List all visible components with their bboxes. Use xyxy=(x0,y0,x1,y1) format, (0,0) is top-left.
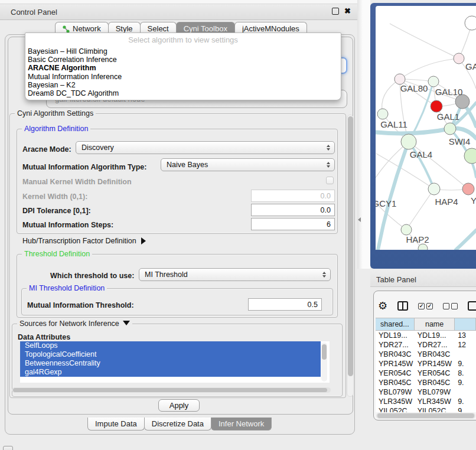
node-label: Y xyxy=(471,195,476,206)
table-row[interactable]: YER054CYER054C8. xyxy=(376,369,476,378)
expander-collapsed-icon xyxy=(141,237,146,244)
algorithm-item[interactable]: Bayesian – K2 xyxy=(25,81,341,89)
tab-impute-data[interactable]: Impute Data xyxy=(87,418,145,431)
node-label: SWI4 xyxy=(449,136,471,146)
bottom-tabbar: Impute DataDiscretize DataInfer Network xyxy=(87,418,271,431)
table-row[interactable]: YBR043CYBR043C xyxy=(376,350,476,359)
which-threshold-combobox[interactable]: MI Threshold xyxy=(139,268,331,281)
which-threshold-label: Which threshold to use: xyxy=(50,272,134,280)
network-node[interactable] xyxy=(401,224,412,235)
algorithm-item[interactable]: Dream8 DC_TDC Algorithm xyxy=(25,89,341,97)
mi-algorithm-type-label: Mutual Information Algorithm Type: xyxy=(22,163,146,171)
network-node[interactable] xyxy=(401,134,416,149)
algorithm-item[interactable]: Mutual Information Inference xyxy=(25,73,341,81)
attributes-scrollbar-thumb[interactable] xyxy=(322,344,327,360)
table-row[interactable]: YDL19...YDL19...13 xyxy=(376,331,476,340)
network-node[interactable] xyxy=(465,16,476,30)
table-cell: YIL052C xyxy=(415,406,455,412)
table-hscrollbar-thumb[interactable] xyxy=(377,413,474,418)
node-label: GAL4 xyxy=(410,149,432,159)
table-row[interactable]: YLR345WYLR345W9. xyxy=(376,397,476,406)
algorithm-item[interactable]: Basic Correlation Inference xyxy=(25,56,341,64)
aracne-mode-label: Aracne Mode: xyxy=(22,145,71,154)
kernel-width-field[interactable]: 0.0 xyxy=(251,190,335,202)
attribute-item[interactable]: TopologicalCoefficient xyxy=(20,350,321,359)
hub-definition-expander[interactable]: Hub/Transcription Factor Definition xyxy=(22,237,146,245)
network-node[interactable] xyxy=(454,53,464,64)
checked-box-icon: ✓ xyxy=(426,303,433,309)
tab-label: Select xyxy=(148,24,169,33)
network-node[interactable] xyxy=(462,183,474,195)
algorithm-placeholder: Select algorithm to view settings xyxy=(25,33,341,47)
table-row[interactable]: YBR045CYBR045C9. xyxy=(376,378,476,387)
float-window-icon[interactable] xyxy=(332,8,339,15)
node-table[interactable]: shared...nameYDL19...YDL19...13YDR27...Y… xyxy=(376,318,476,412)
attribute-item[interactable]: gal4RGexp xyxy=(20,368,321,377)
attribute-item[interactable]: BetweennessCentrality xyxy=(20,359,321,368)
network-node[interactable] xyxy=(428,76,439,87)
network-node[interactable] xyxy=(418,244,428,250)
threshold-definition-title: Threshold Definition xyxy=(22,250,92,258)
mi-algorithm-type-value: Naive Bayes xyxy=(167,161,208,169)
tab-infer-network[interactable]: Infer Network xyxy=(211,418,272,431)
sources-title: Sources for Network Inference xyxy=(17,319,132,328)
dpi-tolerance-field[interactable]: 0.0 xyxy=(251,204,335,216)
control-panel-title: Control Panel xyxy=(11,8,57,17)
table-row[interactable]: YDR27...YDR27...12 xyxy=(376,340,476,350)
network-node[interactable] xyxy=(431,100,442,112)
attribute-item[interactable]: SelfLoops xyxy=(20,341,321,350)
deselect-all-columns-icon[interactable] xyxy=(443,303,458,309)
mi-algorithm-type-combobox[interactable]: Naive Bayes xyxy=(161,158,335,171)
table-cell: YBR043C xyxy=(415,350,455,359)
mi-threshold-field[interactable]: 0.5 xyxy=(248,298,322,311)
table-cell: 8. xyxy=(455,369,476,378)
mi-steps-field[interactable]: 6 xyxy=(251,218,335,230)
attributes-hscrollbar-thumb[interactable] xyxy=(13,388,327,392)
bottom-corner-icon[interactable] xyxy=(3,446,13,450)
table-row[interactable]: YPR145WYPR145W9. xyxy=(376,359,476,369)
table-column-header[interactable]: shared... xyxy=(376,318,415,331)
manual-kernel-checkbox[interactable] xyxy=(326,177,334,184)
dpi-tolerance-label: DPI Tolerance [0,1]: xyxy=(22,207,91,215)
table-row[interactable]: YBL079WYBL079W xyxy=(376,387,476,397)
divider-collapse-icon[interactable] xyxy=(358,217,361,222)
table-cell: YBL079W xyxy=(376,387,415,397)
clipped-toolbar-icon[interactable] xyxy=(468,301,476,311)
table-header-row: shared...name xyxy=(376,318,476,331)
node-label: GAL11 xyxy=(380,119,407,129)
combo-arrows-icon xyxy=(327,145,330,151)
network-edge xyxy=(409,142,468,189)
network-edge xyxy=(376,142,409,192)
table-cell: 9. xyxy=(455,397,476,406)
close-icon[interactable]: ✖ xyxy=(344,6,351,15)
network-node[interactable] xyxy=(444,123,456,135)
combo-arrows-icon xyxy=(327,162,330,168)
algorithm-item[interactable]: Bayesian – Hill Climbing xyxy=(25,47,341,56)
mi-steps-label: Mutual Information Steps: xyxy=(22,221,113,229)
network-node[interactable] xyxy=(377,109,388,119)
tab-discretize-data[interactable]: Discretize Data xyxy=(144,418,211,431)
table-cell: YPR145W xyxy=(376,359,415,369)
tab-label: Network xyxy=(73,24,101,33)
panel-divider[interactable] xyxy=(357,0,370,269)
algorithm-list: Bayesian – Hill ClimbingBasic Correlatio… xyxy=(25,47,341,97)
table-column-header[interactable]: name xyxy=(415,318,455,331)
mi-threshold-label: Mutual Information Threshold: xyxy=(27,301,134,309)
table-row[interactable]: YIL052CYIL052C9 xyxy=(376,406,476,412)
data-attributes-label: Data Attributes xyxy=(18,333,70,341)
table-column-header[interactable] xyxy=(455,318,476,331)
node-label: GCY1 xyxy=(376,198,396,208)
algorithm-item[interactable]: ARACNE Algorithm xyxy=(25,64,341,72)
tab-label: Infer Network xyxy=(219,419,264,428)
network-canvas[interactable]: GALGAL80GAL10GAL1GAL11SWI4GAL4HAP4GCY1HA… xyxy=(376,6,476,250)
node-label: GAL xyxy=(465,61,476,71)
settings-scrollbar-thumb[interactable] xyxy=(348,116,353,376)
algorithm-dropdown-popup: Select algorithm to view settings Bayesi… xyxy=(25,32,341,100)
aracne-mode-combobox[interactable]: Discovery xyxy=(76,141,335,154)
apply-button[interactable]: Apply xyxy=(158,399,200,412)
select-all-columns-icon[interactable]: ✓ ✓ xyxy=(418,303,433,309)
data-attributes-list[interactable]: SelfLoopsTopologicalCoefficientBetweenne… xyxy=(20,341,330,383)
network-node[interactable] xyxy=(428,183,440,195)
gear-icon[interactable]: ⚙ xyxy=(378,301,387,311)
columns-icon[interactable] xyxy=(397,301,408,311)
